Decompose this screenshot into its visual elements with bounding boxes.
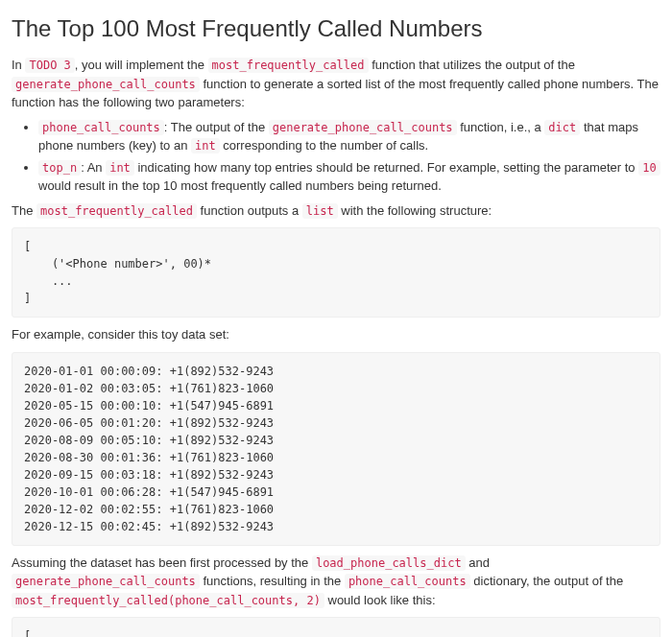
list-item: phone_call_counts: The output of the gen… bbox=[38, 118, 660, 155]
code-fn: generate_phone_call_counts bbox=[12, 574, 200, 589]
code-fn: generate_phone_call_counts bbox=[269, 120, 457, 135]
text: indicating how many top entries should b… bbox=[134, 160, 638, 175]
text: The bbox=[12, 203, 36, 218]
code-fn: most_frequently_called bbox=[36, 203, 197, 219]
code-call: most_frequently_called(phone_call_counts… bbox=[12, 593, 324, 608]
code-var: phone_call_counts bbox=[345, 574, 470, 589]
intro-paragraph: In TODO 3, you will implement the most_f… bbox=[12, 56, 660, 112]
result-code-block: [ ('+1(892)532-9243', 5), ('+1(761)823-1… bbox=[12, 617, 660, 637]
code-type: dict bbox=[544, 120, 580, 135]
code-param: phone_call_counts bbox=[38, 120, 164, 135]
code-fn: load_phone_calls_dict bbox=[312, 555, 466, 571]
text: function outputs a bbox=[197, 203, 302, 218]
output-desc: The most_frequently_called function outp… bbox=[12, 201, 660, 221]
example-intro: For example, consider this toy data set: bbox=[12, 325, 660, 344]
code-literal: 10 bbox=[638, 160, 660, 176]
dataset-code-block: 2020-01-01 00:00:09: +1(892)532-9243 202… bbox=[12, 352, 660, 546]
code-param: top_n bbox=[38, 160, 81, 176]
text: , you will implement the bbox=[75, 58, 208, 72]
text: corresponding to the number of calls. bbox=[220, 138, 429, 153]
text: functions, resulting in the bbox=[200, 574, 345, 588]
text: dictionary, the output of the bbox=[470, 574, 623, 588]
code-type: int bbox=[191, 138, 220, 153]
text: Assuming the dataset has been first proc… bbox=[12, 555, 312, 570]
code-type: list bbox=[302, 203, 338, 219]
text: : The output of the bbox=[164, 120, 269, 134]
code-fn: generate_phone_call_counts bbox=[12, 77, 200, 92]
text: would look like this: bbox=[324, 593, 436, 607]
text: function that utilizes the output of the bbox=[369, 58, 575, 72]
code-fn: most_frequently_called bbox=[208, 58, 369, 73]
list-item: top_n: An int indicating how many top en… bbox=[38, 158, 660, 196]
structure-code-block: [ ('<Phone number>', 00)* ... ] bbox=[12, 227, 660, 318]
text: would result in the top 10 most frequent… bbox=[38, 178, 442, 193]
text: function, i.e., a bbox=[457, 120, 545, 134]
assuming-paragraph: Assuming the dataset has been first proc… bbox=[12, 554, 660, 610]
text: In bbox=[12, 58, 25, 72]
text: : An bbox=[81, 160, 106, 175]
code-todo: TODO 3 bbox=[25, 58, 74, 73]
code-type: int bbox=[106, 160, 134, 176]
param-list: phone_call_counts: The output of the gen… bbox=[12, 118, 660, 196]
text: and bbox=[466, 555, 490, 570]
page-title: The Top 100 Most Frequently Called Numbe… bbox=[12, 12, 660, 46]
text: with the following structure: bbox=[338, 203, 492, 218]
